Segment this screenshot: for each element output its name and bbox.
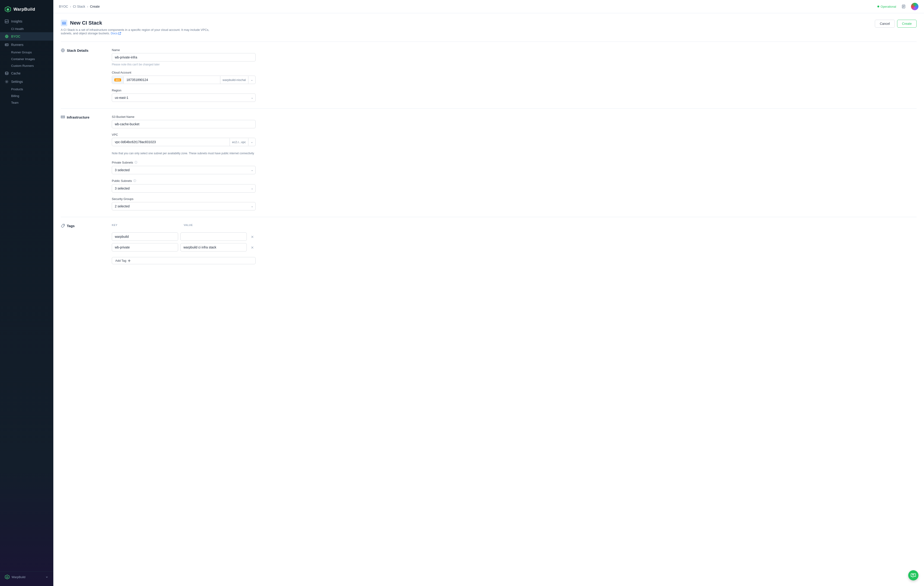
private-subnets-label: Private Subnets ⓘ [112, 160, 256, 165]
stack-details-label: Stack Details [61, 48, 102, 102]
page-header: New CI Stack A CI Stack is a set of infr… [61, 20, 218, 35]
cloud-account-chevron-icon[interactable]: ⌄ [248, 76, 255, 84]
security-groups-select[interactable]: 2 selected [112, 202, 256, 210]
security-groups-field-group: Security Groups 2 selected ⌄ [112, 197, 256, 210]
region-field-group: Region us-east-1 us-west-2 eu-west-1 ⌄ [112, 89, 256, 102]
sidebar-item-settings[interactable]: Settings [0, 78, 53, 86]
sidebar-item-cache[interactable]: Cache [0, 69, 53, 78]
sidebar-item-products[interactable]: Products [0, 86, 53, 92]
sidebar-label-runners: Runners [11, 43, 23, 47]
svg-point-6 [5, 72, 8, 73]
add-tag-button[interactable]: Add Tag [112, 257, 256, 264]
sidebar-item-byoc[interactable]: BYOC [0, 32, 53, 41]
tags-grid [112, 233, 256, 251]
tag-key-1[interactable] [112, 233, 178, 241]
breadcrumb: BYOC › CI Stack › Create [59, 5, 100, 8]
status-badge: Operational [878, 5, 896, 8]
svg-marker-9 [6, 576, 8, 578]
sidebar-footer-chevron-icon [45, 575, 48, 579]
public-subnets-label: Public Subnets ⓘ [112, 179, 256, 183]
tag-value-input-2[interactable] [180, 243, 247, 251]
aws-badge: aws [114, 78, 121, 81]
breadcrumb-sep-2: › [87, 5, 88, 8]
cache-icon [5, 71, 9, 75]
add-tag-icon [127, 259, 131, 262]
svg-rect-15 [61, 116, 65, 117]
main-content: BYOC › CI Stack › Create Operational [53, 0, 924, 586]
svg-point-14 [62, 50, 64, 51]
s3-bucket-input[interactable] [112, 120, 256, 128]
tags-icon [61, 224, 65, 228]
region-select[interactable]: us-east-1 us-west-2 eu-west-1 [112, 94, 256, 102]
subnet-note: Note that you can only select one subnet… [112, 151, 256, 156]
sidebar-item-container-images[interactable]: Container Images [0, 56, 53, 63]
sidebar-logo-text: WarpBuild [13, 7, 35, 12]
cloud-account-field-group: Cloud Account aws 187351890124 warpbuild… [112, 71, 256, 84]
tag-value-input-1[interactable] [180, 233, 247, 241]
tag-remove-2[interactable] [249, 244, 256, 251]
breadcrumb-ci-stack[interactable]: CI Stack [73, 5, 85, 8]
sidebar-item-runners[interactable]: Runners [0, 41, 53, 49]
warpbuild-logo-icon [5, 6, 11, 13]
name-input[interactable] [112, 53, 256, 61]
name-field-group: Name Please note this can't be changed l… [112, 48, 256, 66]
security-groups-select-wrapper: 2 selected ⌄ [112, 202, 256, 210]
user-avatar[interactable] [911, 3, 918, 10]
page-title: New CI Stack [70, 20, 102, 26]
insights-icon [5, 19, 9, 23]
sidebar-item-insights[interactable]: Insights [0, 17, 53, 25]
breadcrumb-byoc[interactable]: BYOC [59, 5, 68, 8]
page-description: A CI Stack is a set of infrastructure co… [61, 28, 218, 35]
public-subnets-select-wrapper: 3 selected ⌄ [112, 184, 256, 193]
sidebar-footer[interactable]: WarpBuild [0, 571, 53, 582]
sidebar: WarpBuild Insights CI Health BYOC [0, 0, 53, 586]
tag-remove-1[interactable] [249, 234, 256, 240]
topbar: BYOC › CI Stack › Create Operational [53, 0, 924, 13]
sidebar-item-runner-groups[interactable]: Runner Groups [0, 49, 53, 56]
sidebar-label-settings: Settings [11, 80, 23, 84]
ci-stack-icon [61, 20, 67, 26]
sidebar-logo: WarpBuild [0, 4, 53, 17]
vpc-select[interactable]: vpc-0d04bc62t178ac831023 ec2.r...vpc ⌄ [112, 138, 256, 146]
sidebar-label-byoc: BYOC [11, 35, 20, 38]
svg-point-13 [61, 49, 64, 52]
s3-bucket-label: S3 Bucket Name [112, 115, 256, 119]
create-button[interactable]: Create [897, 20, 917, 28]
name-label: Name [112, 48, 256, 52]
external-link-icon [118, 32, 121, 35]
cloud-account-select[interactable]: aws 187351890124 warpbuild-nischal ⌄ [112, 76, 256, 84]
tag-value-1 [180, 233, 247, 241]
cloud-account-prefix: aws [112, 76, 124, 84]
byoc-icon [5, 34, 9, 38]
value-col-label: VALUE [184, 224, 253, 226]
docs-icon[interactable] [900, 3, 907, 10]
key-col-label: KEY [112, 224, 182, 226]
stack-details-icon [61, 48, 65, 53]
tags-label: Tags [61, 224, 102, 264]
vpc-field-group: VPC vpc-0d04bc62t178ac831023 ec2.r...vpc… [112, 133, 256, 146]
private-subnets-select[interactable]: 3 selected [112, 166, 256, 174]
sidebar-item-billing[interactable]: Billing [0, 92, 53, 99]
s3-bucket-field-group: S3 Bucket Name [112, 115, 256, 128]
infrastructure-label: Infrastructure [61, 115, 102, 210]
region-select-wrapper: us-east-1 us-west-2 eu-west-1 ⌄ [112, 94, 256, 102]
public-subnets-select[interactable]: 3 selected [112, 184, 256, 193]
cloud-account-label: Cloud Account [112, 71, 256, 74]
tag-key-2[interactable] [112, 243, 178, 251]
cancel-button[interactable]: Cancel [875, 20, 895, 28]
status-dot [878, 6, 879, 7]
stack-details-fields: Name Please note this can't be changed l… [112, 48, 256, 102]
chat-widget[interactable] [908, 570, 918, 580]
cloud-account-name: warpbuild-nischal [220, 76, 248, 84]
private-subnets-field-group: Private Subnets ⓘ 3 selected ⌄ [112, 160, 256, 174]
docs-link[interactable]: Docs [111, 31, 121, 35]
tags-section: Tags KEY VALUE [61, 217, 917, 271]
svg-rect-16 [61, 117, 65, 118]
sidebar-item-custom-runners[interactable]: Custom Runners [0, 63, 53, 69]
sidebar-item-team[interactable]: Team [0, 99, 53, 106]
page-header-actions: Cancel Create [875, 20, 917, 28]
sidebar-navigation: Insights CI Health BYOC Runners [0, 17, 53, 571]
footer-logo-icon [5, 574, 10, 579]
sidebar-item-ci-health[interactable]: CI Health [0, 25, 53, 32]
vpc-chevron-icon[interactable]: ⌄ [248, 138, 255, 146]
